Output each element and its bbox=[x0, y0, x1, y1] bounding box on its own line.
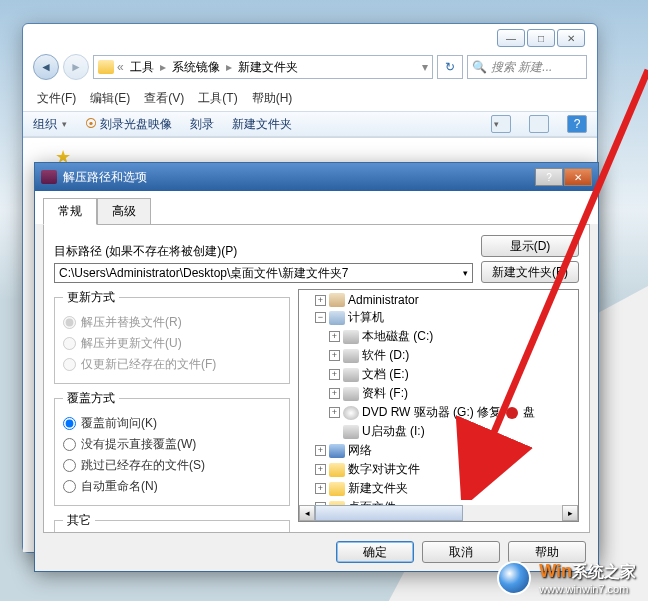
close-button[interactable]: ✕ bbox=[557, 29, 585, 47]
destination-path-input[interactable]: C:\Users\Administrator\Desktop\桌面文件\新建文件… bbox=[54, 263, 473, 283]
radio-extract-update[interactable]: 解压并更新文件(U) bbox=[63, 333, 281, 354]
usb-icon bbox=[343, 425, 359, 439]
tab-general[interactable]: 常规 bbox=[43, 198, 97, 225]
toolbar-burn[interactable]: 刻录 bbox=[190, 116, 214, 133]
menu-help[interactable]: 帮助(H) bbox=[252, 90, 293, 107]
computer-icon bbox=[329, 311, 345, 325]
maximize-button[interactable]: □ bbox=[527, 29, 555, 47]
radio-auto-rename[interactable]: 自动重命名(N) bbox=[63, 476, 281, 497]
folder-icon bbox=[329, 463, 345, 477]
radio-extract-replace[interactable]: 解压并替换文件(R) bbox=[63, 312, 281, 333]
menu-file[interactable]: 文件(F) bbox=[37, 90, 76, 107]
search-input[interactable]: 🔍 搜索 新建... bbox=[467, 55, 587, 79]
horizontal-scrollbar[interactable]: ◂ ▸ bbox=[299, 505, 578, 521]
refresh-button[interactable]: ↻ bbox=[437, 55, 463, 79]
breadcrumb[interactable]: 系统镜像 bbox=[169, 59, 223, 76]
minimize-button[interactable]: — bbox=[497, 29, 525, 47]
preview-pane-icon[interactable] bbox=[529, 115, 549, 133]
help-icon[interactable]: ? bbox=[567, 115, 587, 133]
ok-button[interactable]: 确定 bbox=[336, 541, 414, 563]
update-mode-group: 更新方式 解压并替换文件(R) 解压并更新文件(U) 仅更新已经存在的文件(F) bbox=[54, 289, 290, 384]
radio-update-existing[interactable]: 仅更新已经存在的文件(F) bbox=[63, 354, 281, 375]
expand-toggle[interactable]: + bbox=[315, 295, 326, 306]
radio-skip-existing[interactable]: 跳过已经存在的文件(S) bbox=[63, 455, 281, 476]
folder-tree[interactable]: +Administrator −计算机 +本地磁盘 (C:) +软件 (D:) … bbox=[298, 289, 579, 522]
menu-edit[interactable]: 编辑(E) bbox=[90, 90, 130, 107]
drive-icon bbox=[343, 330, 359, 344]
network-icon bbox=[329, 444, 345, 458]
menu-view[interactable]: 查看(V) bbox=[144, 90, 184, 107]
radio-ask-before[interactable]: 覆盖前询问(K) bbox=[63, 413, 281, 434]
alert-icon bbox=[506, 407, 518, 419]
cancel-button[interactable]: 取消 bbox=[422, 541, 500, 563]
nav-back-button[interactable]: ◄ bbox=[33, 54, 59, 80]
help-button[interactable]: 帮助 bbox=[508, 541, 586, 563]
view-mode-icon[interactable] bbox=[491, 115, 511, 133]
scroll-thumb[interactable] bbox=[315, 505, 463, 521]
misc-group: 其它 解压压缩文件到子文件夹(L) 保留损坏的文件(B) 在资源管理器中显示文件… bbox=[54, 512, 290, 533]
breadcrumb[interactable]: 工具 bbox=[127, 59, 157, 76]
winrar-icon bbox=[41, 170, 57, 184]
collapse-toggle[interactable]: − bbox=[315, 312, 326, 323]
radio-overwrite-noprompt[interactable]: 没有提示直接覆盖(W) bbox=[63, 434, 281, 455]
dvd-icon bbox=[343, 406, 359, 420]
address-bar[interactable]: « 工具 ▸ 系统镜像 ▸ 新建文件夹 ▾ bbox=[93, 55, 433, 79]
new-folder-button[interactable]: 新建文件夹(E) bbox=[481, 261, 579, 283]
search-icon: 🔍 bbox=[472, 60, 487, 74]
menu-tools[interactable]: 工具(T) bbox=[198, 90, 237, 107]
toolbar-new-folder[interactable]: 新建文件夹 bbox=[232, 116, 292, 133]
folder-icon bbox=[329, 482, 345, 496]
nav-forward-button[interactable]: ► bbox=[63, 54, 89, 80]
scroll-left-icon[interactable]: ◂ bbox=[299, 505, 315, 521]
toolbar-organize[interactable]: 组织 bbox=[33, 116, 67, 133]
path-label: 目标路径 (如果不存在将被创建)(P) bbox=[54, 243, 473, 260]
dialog-help-button[interactable]: ? bbox=[535, 168, 563, 186]
windows-orb-icon bbox=[497, 561, 531, 595]
drive-icon bbox=[343, 368, 359, 382]
dialog-close-button[interactable]: ✕ bbox=[564, 168, 592, 186]
toolbar-burn-image[interactable]: ⦿刻录光盘映像 bbox=[85, 116, 172, 133]
folder-icon bbox=[98, 60, 114, 74]
show-button[interactable]: 显示(D) bbox=[481, 235, 579, 257]
tab-advanced[interactable]: 高级 bbox=[97, 198, 151, 225]
breadcrumb[interactable]: 新建文件夹 bbox=[235, 59, 301, 76]
watermark: Win系统之家 www.winwin7.com bbox=[497, 561, 636, 595]
drive-icon bbox=[343, 387, 359, 401]
drive-icon bbox=[343, 349, 359, 363]
overwrite-mode-group: 覆盖方式 覆盖前询问(K) 没有提示直接覆盖(W) 跳过已经存在的文件(S) 自… bbox=[54, 390, 290, 506]
extract-dialog: 解压路径和选项 ? ✕ 常规 高级 目标路径 (如果不存在将被创建)(P) C:… bbox=[34, 162, 599, 572]
user-icon bbox=[329, 293, 345, 307]
dialog-title: 解压路径和选项 bbox=[63, 169, 147, 186]
scroll-right-icon[interactable]: ▸ bbox=[562, 505, 578, 521]
dialog-titlebar[interactable]: 解压路径和选项 ? ✕ bbox=[35, 163, 598, 191]
menu-bar: 文件(F) 编辑(E) 查看(V) 工具(T) 帮助(H) bbox=[23, 86, 597, 111]
